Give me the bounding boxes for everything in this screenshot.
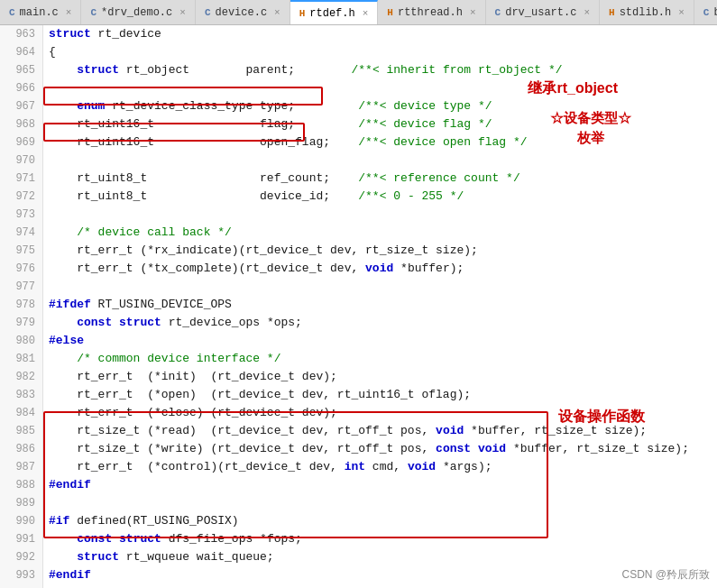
annotation-ops: 设备操作函数 xyxy=(558,408,645,427)
code-line-971: 971 rt_uint8_t ref_count; /**< reference… xyxy=(0,170,717,188)
line-number: 990 xyxy=(0,512,43,530)
code-line-977: 977 xyxy=(0,278,717,296)
watermark: CSDN @矜辰所致 xyxy=(621,567,710,583)
code-line-973: 973 xyxy=(0,206,717,224)
line-code: rt_uint8_t device_id; /**< 0 - 255 */ xyxy=(43,188,717,206)
line-code: #ifdef RT_USING_DEVICE_OPS xyxy=(43,296,717,314)
line-code: #else xyxy=(43,332,717,350)
line-code: rt_err_t (*init) (rt_device_t dev); xyxy=(43,368,717,386)
line-code: struct rt_wqueue wait_queue; xyxy=(43,548,717,566)
line-number: 969 xyxy=(0,133,43,152)
line-number: 971 xyxy=(0,170,43,188)
line-code: rt_err_t (*tx_complete)(rt_device_t dev,… xyxy=(43,260,717,278)
code-line-983: 983 rt_err_t (*open) (rt_device_t dev, r… xyxy=(0,386,717,404)
line-number: 972 xyxy=(0,188,43,206)
code-line-992: 992 struct rt_wqueue wait_queue; xyxy=(0,548,717,566)
line-code xyxy=(43,206,717,224)
tab-drv-usart-c[interactable]: Cdrv_usart.c× xyxy=(486,0,600,24)
line-number: 973 xyxy=(0,206,43,224)
line-number: 984 xyxy=(0,404,43,422)
code-line-970: 970 xyxy=(0,152,717,170)
line-number: 979 xyxy=(0,314,43,332)
code-line-982: 982 rt_err_t (*init) (rt_device_t dev); xyxy=(0,368,717,386)
line-number: 963 xyxy=(0,25,43,43)
code-line-963: 963struct rt_device xyxy=(0,25,717,43)
line-number: 974 xyxy=(0,224,43,242)
line-number: 980 xyxy=(0,332,43,350)
line-number: 981 xyxy=(0,350,43,368)
line-number: 992 xyxy=(0,548,43,566)
annotation-inherit: 继承rt_object xyxy=(528,79,618,98)
tab-device-c[interactable]: Cdevice.c× xyxy=(196,0,290,24)
line-code xyxy=(43,494,717,512)
line-code xyxy=(43,152,717,170)
code-line-975: 975 rt_err_t (*rx_indicate)(rt_device_t … xyxy=(0,242,717,260)
line-number: 977 xyxy=(0,278,43,296)
tab-bar: Cmain.c×C*drv_demo.c×Cdevice.c×Hrtdef.h×… xyxy=(0,0,717,25)
line-code: const struct dfs_file_ops *fops; xyxy=(43,530,717,548)
code-line-993: 993#endif xyxy=(0,566,717,584)
code-line-974: 974 /* device call back */ xyxy=(0,224,717,242)
line-number: 982 xyxy=(0,368,43,386)
line-code: const struct rt_device_ops *ops; xyxy=(43,314,717,332)
annotation-device-type: ☆设备类型☆ 枚举 xyxy=(550,108,631,148)
tab-board-c[interactable]: Cboard.c× xyxy=(694,0,717,24)
line-number: 975 xyxy=(0,242,43,260)
line-code: #endif xyxy=(43,566,717,584)
line-number: 966 xyxy=(0,79,43,97)
line-code: rt_uint8_t ref_count; /**< reference cou… xyxy=(43,170,717,188)
line-code: struct rt_device xyxy=(43,25,717,43)
line-number: 967 xyxy=(0,97,43,115)
line-number: 989 xyxy=(0,494,43,512)
line-code: rt_err_t (*control)(rt_device_t dev, int… xyxy=(43,458,717,476)
code-line-978: 978#ifdef RT_USING_DEVICE_OPS xyxy=(0,296,717,314)
tab-drv-demo-c[interactable]: C*drv_demo.c× xyxy=(81,0,195,24)
code-line-991: 991 const struct dfs_file_ops *fops; xyxy=(0,530,717,548)
code-line-976: 976 rt_err_t (*tx_complete)(rt_device_t … xyxy=(0,260,717,278)
line-code: rt_size_t (*write) (rt_device_t dev, rt_… xyxy=(43,440,717,458)
code-line-972: 972 rt_uint8_t device_id; /**< 0 - 255 *… xyxy=(0,188,717,206)
line-code xyxy=(43,278,717,296)
line-code: struct rt_object parent; /**< inherit fr… xyxy=(43,61,717,79)
code-line-990: 990#if defined(RT_USING_POSIX) xyxy=(0,512,717,530)
code-line-988: 988#endif xyxy=(0,476,717,494)
line-number: 993 xyxy=(0,566,43,584)
line-number: 968 xyxy=(0,115,43,133)
tab-stdlib-h[interactable]: Hstdlib.h× xyxy=(600,0,694,24)
editor-wrapper: 963struct rt_device964{965 struct rt_obj… xyxy=(0,25,717,588)
tab-main-c[interactable]: Cmain.c× xyxy=(0,0,81,24)
line-code: #if defined(RT_USING_POSIX) xyxy=(43,512,717,530)
line-code: rt_err_t (*rx_indicate)(rt_device_t dev,… xyxy=(43,242,717,260)
line-number: 987 xyxy=(0,458,43,476)
tab-rtdef-h[interactable]: Hrtdef.h× xyxy=(290,0,379,24)
line-number: 985 xyxy=(0,422,43,440)
tab-rtthread-h[interactable]: Hrtthread.h× xyxy=(378,0,485,24)
line-code: { xyxy=(43,43,717,61)
code-line-981: 981 /* common device interface */ xyxy=(0,350,717,368)
code-line-964: 964{ xyxy=(0,43,717,61)
line-number: 983 xyxy=(0,386,43,404)
line-code: /* common device interface */ xyxy=(43,350,717,368)
line-code: #endif xyxy=(43,476,717,494)
line-number: 988 xyxy=(0,476,43,494)
line-code: rt_err_t (*open) (rt_device_t dev, rt_ui… xyxy=(43,386,717,404)
code-line-987: 987 rt_err_t (*control)(rt_device_t dev,… xyxy=(0,458,717,476)
line-code xyxy=(43,584,717,588)
line-number: 976 xyxy=(0,260,43,278)
line-number: 964 xyxy=(0,43,43,61)
line-number: 991 xyxy=(0,530,43,548)
code-line-980: 980#else xyxy=(0,332,717,350)
line-number: 970 xyxy=(0,152,43,170)
line-number: 965 xyxy=(0,61,43,79)
code-line-989: 989 xyxy=(0,494,717,512)
code-line-994: 994 xyxy=(0,584,717,588)
line-number: 994 xyxy=(0,584,43,588)
code-line-979: 979 const struct rt_device_ops *ops; xyxy=(0,314,717,332)
code-line-965: 965 struct rt_object parent; /**< inheri… xyxy=(0,61,717,79)
line-number: 978 xyxy=(0,296,43,314)
line-code: /* device call back */ xyxy=(43,224,717,242)
line-number: 986 xyxy=(0,440,43,458)
code-line-986: 986 rt_size_t (*write) (rt_device_t dev,… xyxy=(0,440,717,458)
